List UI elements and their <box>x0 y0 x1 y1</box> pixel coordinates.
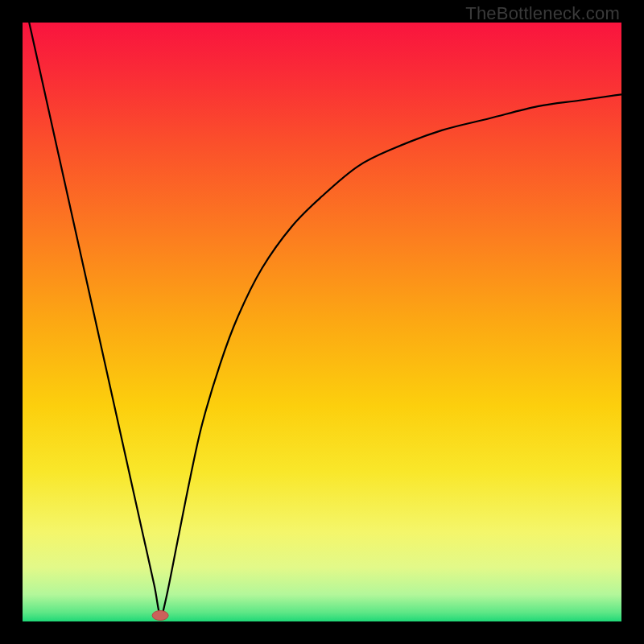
bottleneck-curve <box>23 23 621 616</box>
chart-frame: TheBottleneck.com <box>0 0 644 644</box>
watermark-text: TheBottleneck.com <box>465 3 620 24</box>
optimal-point-marker <box>152 611 168 621</box>
chart-overlay <box>23 23 621 621</box>
plot-area <box>23 23 621 621</box>
